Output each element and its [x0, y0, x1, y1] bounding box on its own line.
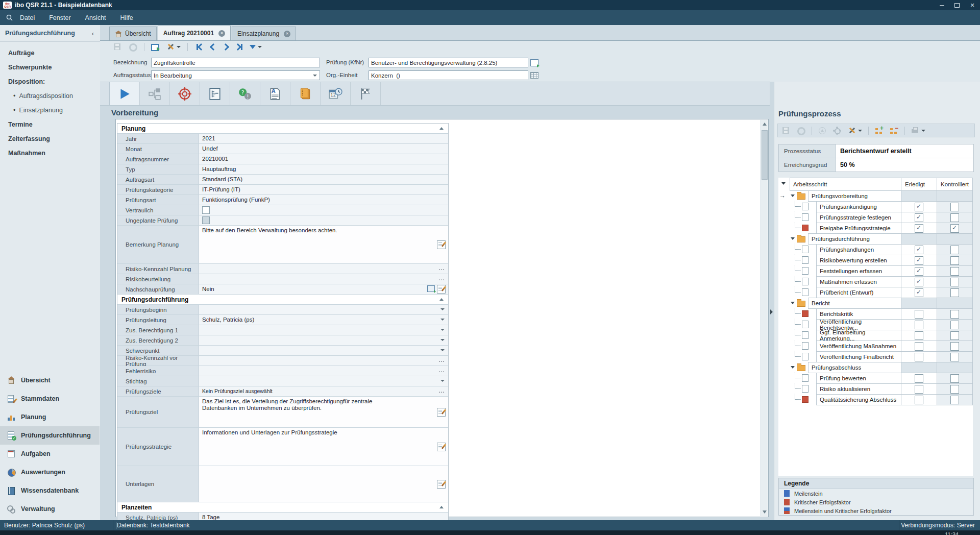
- kontrolliert-cell[interactable]: [937, 201, 973, 212]
- form-row-value-cell[interactable]: [199, 356, 448, 366]
- step-label-cell[interactable]: Prüfungsabschluss: [808, 362, 901, 373]
- kontrolliert-cell[interactable]: [937, 287, 973, 298]
- erledigt-cell[interactable]: [901, 383, 937, 395]
- dropdown-arrow-icon[interactable]: [440, 339, 445, 341]
- kontrolliert-checkbox[interactable]: [950, 342, 959, 351]
- tree-expand-icon[interactable]: [791, 302, 795, 304]
- erledigt-cell[interactable]: [901, 298, 937, 309]
- tab-termine[interactable]: 12: [321, 82, 351, 105]
- edit-text-icon[interactable]: [437, 480, 446, 489]
- kontrolliert-checkbox[interactable]: [950, 310, 959, 319]
- step-label-cell[interactable]: Prüfungsvorbereitung: [808, 190, 901, 202]
- form-row[interactable]: Vertraulich: [117, 205, 448, 215]
- kontrolliert-cell[interactable]: [937, 244, 973, 255]
- tools-menu-button[interactable]: [848, 127, 862, 135]
- process-step-row[interactable]: Freigabe Prüfungsstrategie: [778, 223, 973, 233]
- dropdown-arrow-icon[interactable]: [440, 319, 445, 321]
- ellipsis-button[interactable]: [438, 367, 445, 374]
- erledigt-checkbox[interactable]: [915, 278, 923, 286]
- form-row[interactable]: Risiko-Kennzahl Planung: [117, 264, 448, 274]
- step-label-cell[interactable]: Prüfungsankündigung: [816, 201, 901, 212]
- form-row[interactable]: Auftragsnummer 20210001: [117, 154, 448, 164]
- form-row[interactable]: Ungeplante Prüfung: [117, 215, 448, 226]
- form-row-value-cell[interactable]: 2021: [199, 134, 448, 143]
- process-step-row[interactable]: Ggf. Einarbeitung Anmerkung...: [778, 330, 973, 341]
- form-row-value-cell[interactable]: [199, 346, 448, 355]
- step-label-cell[interactable]: Veröffentlichung Maßnahmen: [816, 341, 901, 352]
- step-label-cell[interactable]: Veröffentlichung Finalbericht: [816, 351, 901, 362]
- form-row[interactable]: Prüfungsziele Kein Prüfungsziel ausgewäh…: [117, 386, 448, 397]
- form-row-value-cell[interactable]: [199, 274, 448, 284]
- erledigt-checkbox[interactable]: [915, 203, 923, 211]
- kontrolliert-checkbox[interactable]: [950, 396, 959, 404]
- kontrolliert-cell[interactable]: [937, 330, 973, 341]
- previous-record-button[interactable]: [211, 44, 216, 50]
- form-row-value-cell[interactable]: [199, 366, 448, 376]
- goto-record-dropdown[interactable]: [250, 45, 262, 49]
- document-tab[interactable]: Übersicht: [109, 27, 157, 40]
- form-row[interactable]: Prüfungsstrategie Informationen und Unte…: [117, 428, 448, 466]
- process-step-row[interactable]: Prüfbericht (Entwurf): [778, 287, 973, 298]
- tab-abschluss[interactable]: [351, 82, 381, 105]
- kontrolliert-cell[interactable]: [937, 223, 973, 234]
- erledigt-cell[interactable]: [901, 255, 937, 266]
- process-step-row[interactable]: Berichtskritik: [778, 308, 973, 319]
- orgeinheit-input[interactable]: [369, 70, 528, 80]
- form-row-value-cell[interactable]: [199, 325, 448, 335]
- sidebar-nav-item[interactable]: Stammdaten: [0, 390, 100, 408]
- step-label-cell[interactable]: Berichtskritik: [816, 308, 901, 320]
- section-collapse-icon[interactable]: [439, 298, 444, 301]
- form-row-value-cell[interactable]: Undef: [199, 144, 448, 154]
- collapse-all-icon[interactable]: [890, 127, 898, 135]
- erledigt-checkbox[interactable]: [915, 374, 923, 383]
- form-row-value-cell[interactable]: [199, 305, 448, 314]
- sidebar-item[interactable]: Termine: [0, 117, 100, 132]
- kontrolliert-checkbox[interactable]: [950, 321, 959, 329]
- kontrolliert-cell[interactable]: [937, 362, 973, 373]
- last-record-button[interactable]: [235, 44, 242, 50]
- process-step-row[interactable]: Prüfungsvorbereitung: [778, 190, 973, 201]
- pruefung-picker-icon[interactable]: [530, 59, 538, 66]
- form-row-value-cell[interactable]: Informationen und Unterlagen zur Prüfung…: [199, 428, 448, 466]
- kontrolliert-checkbox[interactable]: [950, 385, 959, 394]
- expand-all-icon[interactable]: [875, 127, 884, 135]
- ellipsis-button[interactable]: [438, 387, 445, 394]
- kontrolliert-checkbox[interactable]: [950, 331, 959, 340]
- erledigt-checkbox[interactable]: [915, 224, 923, 233]
- open-in-window-icon[interactable]: [151, 43, 160, 51]
- form-row[interactable]: Jahr 2021: [117, 134, 448, 144]
- erledigt-cell[interactable]: [901, 373, 937, 384]
- sidebar-nav-item[interactable]: Übersicht: [0, 371, 100, 390]
- form-row-value-cell[interactable]: [199, 215, 448, 225]
- maximize-button[interactable]: [949, 0, 965, 10]
- edit-text-icon[interactable]: [437, 285, 446, 294]
- erledigt-checkbox[interactable]: [915, 396, 923, 404]
- form-row[interactable]: Risiko-Kennzahl vor Prüfung: [117, 356, 448, 366]
- form-row[interactable]: Prüfungsart Funktionsprüfung (FunkP): [117, 195, 448, 205]
- form-row-value-cell[interactable]: Funktionsprüfung (FunkP): [199, 195, 448, 205]
- save-icon[interactable]: [782, 127, 791, 135]
- settings-gear-icon[interactable]: [833, 127, 842, 135]
- process-step-row[interactable]: Qualitätssicherung Abschluss: [778, 394, 973, 405]
- search-icon[interactable]: [6, 14, 13, 21]
- print-menu-button[interactable]: [911, 127, 925, 135]
- process-step-row[interactable]: Veröffentlichung Berichtsentw...: [778, 319, 973, 330]
- tree-expand-icon[interactable]: [791, 194, 795, 197]
- form-row[interactable]: Prüfungskategorie IT-Prüfung (IT): [117, 185, 448, 195]
- erledigt-cell[interactable]: [901, 201, 937, 212]
- erledigt-cell[interactable]: [901, 244, 937, 255]
- erledigt-cell[interactable]: [901, 287, 937, 298]
- erledigt-cell[interactable]: [901, 330, 937, 341]
- step-label-cell[interactable]: Prüfungshandlungen: [816, 244, 901, 255]
- form-row-value-cell[interactable]: Standard (STA): [199, 175, 448, 184]
- process-step-row[interactable]: Risikobewertung erstellen: [778, 255, 973, 265]
- kontrolliert-checkbox[interactable]: [950, 224, 959, 233]
- next-record-button[interactable]: [223, 44, 228, 50]
- erledigt-checkbox[interactable]: [915, 267, 923, 276]
- form-row[interactable]: Prüfungsleitung Schulz, Patricia (ps): [117, 315, 448, 325]
- step-label-cell[interactable]: Freigabe Prüfungsstrategie: [816, 223, 901, 234]
- step-label-cell[interactable]: Prüfbericht (Entwurf): [816, 287, 901, 298]
- erledigt-cell[interactable]: [901, 233, 937, 245]
- section-collapse-icon[interactable]: [439, 506, 444, 508]
- tab-pruefplan[interactable]: [200, 82, 230, 105]
